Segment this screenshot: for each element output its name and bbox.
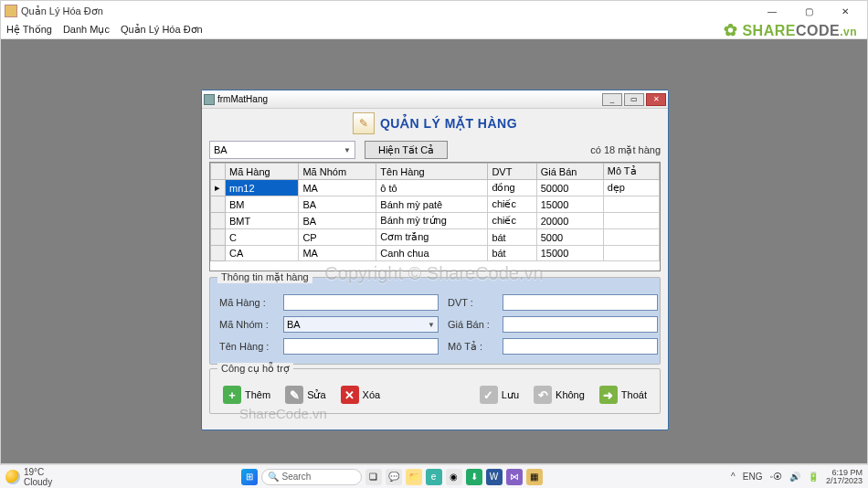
- weather-icon: [5, 470, 20, 484]
- close-button[interactable]: ✕: [827, 1, 863, 21]
- delete-button[interactable]: ✕Xóa: [335, 384, 386, 406]
- dialog-title: QUẢN LÝ MẶT HÀNG: [380, 116, 517, 131]
- input-nhom[interactable]: BA ▼: [283, 316, 439, 333]
- task-view-icon[interactable]: ❏: [365, 469, 382, 485]
- mdi-client: frmMatHang _ ▭ ✕ ✎ QUẢN LÝ MẶT HÀNG BA ▼…: [1, 39, 867, 463]
- dialog-titlebar[interactable]: frmMatHang _ ▭ ✕: [202, 90, 668, 109]
- menu-system[interactable]: Hệ Thống: [6, 24, 52, 36]
- chevron-down-icon: ▼: [428, 321, 435, 329]
- chrome-icon[interactable]: ◉: [446, 469, 462, 485]
- label-ma: Mã Hàng :: [219, 297, 274, 308]
- system-tray[interactable]: ^ ENG ◦⦿ 🔊 🔋 6:19 PM 2/17/2023: [731, 469, 863, 485]
- start-button[interactable]: ⊞: [241, 469, 258, 485]
- input-dvt[interactable]: [503, 294, 658, 311]
- input-mota[interactable]: [503, 338, 658, 355]
- info-groupbox: Thông tin mặt hàng Mã Hàng : DVT : Mã Nh…: [209, 277, 661, 365]
- dialog-window-title: frmMatHang: [217, 94, 268, 104]
- info-legend: Thông tin mặt hàng: [217, 271, 312, 283]
- store-icon[interactable]: ⬇: [466, 469, 482, 485]
- wrench-icon: ✎: [285, 386, 303, 404]
- dialog-minimize-button[interactable]: _: [602, 93, 622, 106]
- minimize-button[interactable]: —: [754, 1, 790, 21]
- cancel-button[interactable]: ↶Không: [528, 384, 590, 406]
- dialog-mat-hang: frmMatHang _ ▭ ✕ ✎ QUẢN LÝ MẶT HÀNG BA ▼…: [201, 90, 669, 430]
- table-row[interactable]: CAMACanh chuabát15000: [211, 246, 660, 261]
- edit-note-icon: ✎: [353, 112, 375, 134]
- col-mota[interactable]: Mô Tả: [603, 164, 659, 180]
- label-dvt: DVT :: [448, 297, 493, 308]
- item-count: có 18 mặt hàng: [590, 144, 661, 156]
- edit-button[interactable]: ✎Sửa: [280, 384, 331, 406]
- save-button[interactable]: ✓Lưu: [474, 384, 524, 406]
- tray-chevron-icon[interactable]: ^: [731, 472, 736, 482]
- filter-combo[interactable]: BA ▼: [209, 141, 355, 159]
- menu-category[interactable]: Danh Mục: [63, 24, 110, 36]
- label-ten: Tên Hàng :: [219, 341, 274, 352]
- show-all-button[interactable]: Hiện Tất Cả: [365, 141, 448, 159]
- search-icon: 🔍: [268, 472, 279, 482]
- weather-widget[interactable]: 19°C Cloudy: [5, 467, 52, 487]
- app-icon: [5, 5, 17, 17]
- plus-icon: +: [223, 386, 241, 404]
- input-gia[interactable]: [503, 316, 658, 333]
- battery-icon[interactable]: 🔋: [808, 472, 819, 482]
- taskbar[interactable]: 19°C Cloudy ⊞ 🔍Search ❏ 💬 📁 e ◉ ⬇ W ⋈ ▦ …: [0, 464, 868, 488]
- delete-icon: ✕: [341, 386, 359, 404]
- col-ten[interactable]: Tên Hàng: [376, 164, 488, 180]
- menu-invoice[interactable]: Quản Lý Hóa Đơn: [121, 24, 203, 36]
- wifi-icon[interactable]: ◦⦿: [769, 472, 782, 482]
- tool-legend: Công cụ hỗ trợ: [217, 363, 293, 375]
- input-ma[interactable]: [283, 294, 439, 311]
- table-row[interactable]: ▸ mn12MAô tôđồng50000dẹp: [211, 180, 660, 196]
- dialog-header: ✎ QUẢN LÝ MẶT HÀNG: [202, 109, 668, 138]
- app-taskbar-icon[interactable]: ▦: [526, 469, 543, 485]
- word-icon[interactable]: W: [486, 469, 503, 485]
- table-row[interactable]: CCPCơm trắngbát5000: [211, 229, 660, 246]
- col-gia[interactable]: Giá Bán: [536, 164, 603, 180]
- exit-icon: ➜: [599, 386, 618, 404]
- items-grid[interactable]: Mã Hàng Mã Nhóm Tên Hàng DVT Giá Bán Mô …: [209, 162, 661, 271]
- chevron-down-icon: ▼: [344, 146, 351, 154]
- app-title: Quản Lý Hóa Đơn: [21, 5, 103, 17]
- check-icon: ✓: [480, 386, 498, 404]
- maximize-button[interactable]: ▢: [790, 1, 827, 21]
- edge-icon[interactable]: e: [426, 469, 442, 485]
- filter-row: BA ▼ Hiện Tất Cả có 18 mặt hàng: [202, 138, 668, 162]
- explorer-icon[interactable]: 📁: [406, 469, 422, 485]
- col-dvt[interactable]: DVT: [488, 164, 536, 180]
- table-row[interactable]: BMBABánh mỳ patêchiếc15000: [211, 196, 660, 213]
- label-gia: Giá Bán :: [448, 319, 493, 330]
- col-ma[interactable]: Mã Hàng: [226, 164, 299, 180]
- watermark-logo: ✿ SHARECODE.vn: [724, 20, 857, 40]
- chat-icon[interactable]: 💬: [386, 469, 402, 485]
- label-mota: Mô Tả :: [448, 341, 493, 353]
- tray-lang[interactable]: ENG: [743, 472, 763, 482]
- clock[interactable]: 6:19 PM 2/17/2023: [826, 469, 863, 485]
- label-nhom: Mã Nhóm :: [219, 319, 274, 330]
- tool-groupbox: Công cụ hỗ trợ +Thêm ✎Sửa ✕Xóa ✓Lưu ↶Khô…: [209, 368, 661, 414]
- app-titlebar: Quản Lý Hóa Đơn — ▢ ✕: [1, 1, 867, 21]
- exit-button[interactable]: ➜Thoát: [594, 384, 652, 406]
- dialog-icon: [204, 94, 215, 105]
- taskbar-search[interactable]: 🔍Search: [261, 469, 362, 485]
- filter-value: BA: [214, 144, 228, 155]
- input-ten[interactable]: [283, 338, 439, 355]
- volume-icon[interactable]: 🔊: [789, 472, 800, 482]
- col-nhom[interactable]: Mã Nhóm: [299, 164, 376, 180]
- table-row[interactable]: BMTBABánh mỳ trứngchiếc20000: [211, 213, 660, 229]
- undo-icon: ↶: [534, 386, 552, 404]
- dialog-close-button[interactable]: ✕: [646, 93, 666, 106]
- add-button[interactable]: +Thêm: [217, 384, 276, 406]
- vs-icon[interactable]: ⋈: [506, 469, 523, 485]
- dialog-maximize-button[interactable]: ▭: [624, 93, 644, 106]
- main-window: Quản Lý Hóa Đơn — ▢ ✕ Hệ Thống Danh Mục …: [0, 0, 868, 464]
